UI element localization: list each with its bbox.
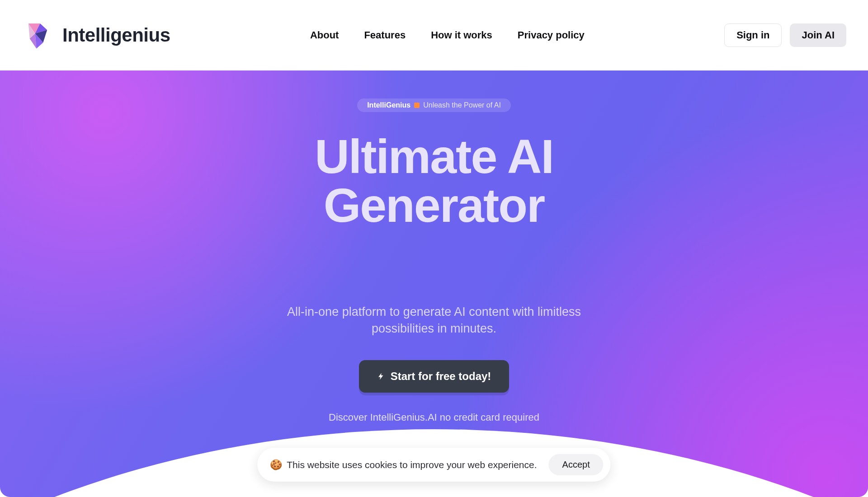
nav-about[interactable]: About	[310, 29, 339, 41]
cookie-banner: 🍪 This website uses cookies to improve y…	[257, 448, 610, 482]
brand[interactable]: Intelligenius	[22, 19, 170, 52]
cookie-text: 🍪 This website uses cookies to improve y…	[270, 459, 537, 471]
brand-name: Intelligenius	[62, 24, 170, 46]
headline-line-1: Ultimate AI	[315, 130, 553, 183]
hero-subhead: All-in-one platform to generate AI conte…	[271, 304, 597, 337]
sparkle-icon	[414, 103, 420, 108]
nav-privacy[interactable]: Privacy policy	[518, 29, 585, 41]
nav-how-it-works[interactable]: How it works	[431, 29, 492, 41]
bolt-icon	[377, 371, 385, 381]
primary-nav: About Features How it works Privacy poli…	[310, 29, 585, 41]
hero-discover-line: Discover IntelliGenius.AI no credit card…	[329, 412, 539, 423]
cookie-accept-button[interactable]: Accept	[549, 454, 604, 475]
brand-logo-icon	[22, 19, 55, 52]
hero-section: IntelliGenius Unleash the Power of AI Ul…	[0, 70, 868, 497]
hero-headline: Ultimate AI Generator	[199, 132, 669, 230]
tagline-rest: Unleash the Power of AI	[423, 101, 501, 109]
headline-line-2: Generator	[324, 178, 545, 232]
site-header: Intelligenius About Features How it work…	[0, 0, 868, 70]
start-free-button[interactable]: Start for free today!	[359, 360, 509, 393]
header-actions: Sign in Join AI	[724, 23, 846, 47]
cookie-message: This website uses cookies to improve you…	[287, 459, 537, 470]
nav-features[interactable]: Features	[364, 29, 406, 41]
cta-label: Start for free today!	[391, 370, 491, 383]
join-ai-button[interactable]: Join AI	[790, 23, 846, 47]
cookie-icon: 🍪	[270, 459, 282, 471]
tagline-strong: IntelliGenius	[367, 101, 410, 109]
tagline-pill: IntelliGenius Unleash the Power of AI	[357, 98, 511, 112]
signin-button[interactable]: Sign in	[724, 23, 782, 47]
